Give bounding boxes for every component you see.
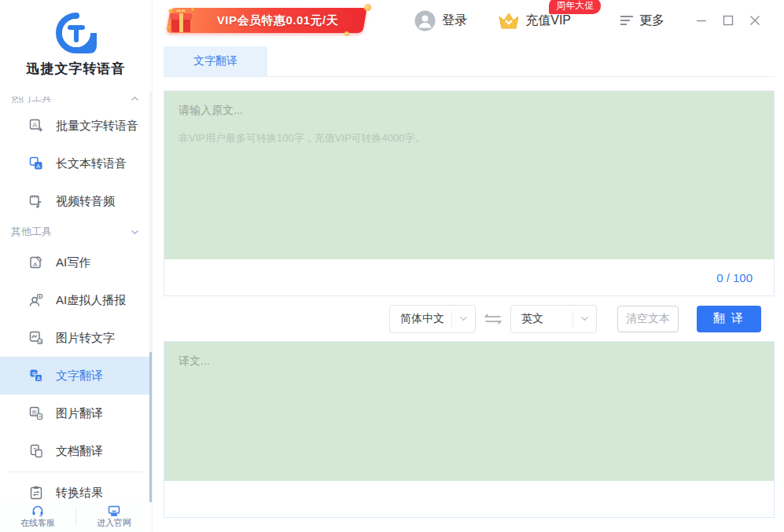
sidebar-item-label: 图片翻译 bbox=[56, 406, 103, 421]
recharge-vip-label: 充值VIP bbox=[525, 13, 571, 29]
clear-text-button[interactable]: 清空文本 bbox=[617, 306, 679, 332]
svg-text:A: A bbox=[39, 414, 42, 419]
sidebar-item-label: 图片转文字 bbox=[56, 331, 115, 346]
app-window: 迅捷文字转语音 热门工具 A 批量文字转语音 A 长 bbox=[0, 0, 784, 532]
official-site-button[interactable]: 进入官网 bbox=[76, 505, 152, 529]
sidebar-item-video-to-audio[interactable]: 视频转音频 bbox=[0, 182, 152, 220]
svg-text:A: A bbox=[36, 163, 40, 170]
maximize-icon bbox=[723, 15, 734, 26]
official-site-label: 进入官网 bbox=[97, 517, 131, 529]
sidebar-item-label: 转换结果 bbox=[56, 486, 103, 501]
sidebar-item-text-translate[interactable]: 中 A 文字翻译 bbox=[0, 357, 152, 394]
online-service-button[interactable]: 在线客服 bbox=[0, 505, 75, 529]
translate-button[interactable]: 翻 译 bbox=[697, 306, 761, 332]
login-label: 登录 bbox=[442, 13, 467, 29]
minimize-button[interactable] bbox=[688, 9, 715, 32]
sidebar-item-batch-tts[interactable]: A 批量文字转语音 bbox=[0, 107, 152, 145]
crown-icon bbox=[497, 10, 521, 31]
topbar-right: 登录 充值VIP 周年大促 更多 bbox=[414, 9, 768, 32]
counter-strip: 0 / 100 bbox=[164, 259, 774, 295]
sidebar-item-image-translate[interactable]: 图 A 图片翻译 bbox=[0, 394, 152, 432]
source-hint: 非VIP用户最多可转换100字，充值VIP可转换4000字。 bbox=[179, 131, 760, 145]
swap-languages-button[interactable] bbox=[484, 314, 502, 325]
image-translate-icon: 图 A bbox=[28, 405, 44, 421]
logo-area: 迅捷文字转语音 bbox=[0, 13, 152, 91]
target-language-value: 英文 bbox=[511, 312, 572, 326]
image-to-text-icon: W bbox=[28, 330, 44, 346]
sidebar-nav: A 批量文字转语音 A 长文本转语音 bbox=[0, 107, 152, 220]
svg-text:A: A bbox=[33, 261, 38, 268]
source-panel: 请输入原文... 非VIP用户最多可转换100字，充值VIP可转换4000字。 … bbox=[164, 90, 775, 296]
headset-icon bbox=[31, 505, 44, 516]
sidebar-section-other-tools[interactable]: 其他工具 bbox=[0, 220, 152, 244]
recharge-vip-button[interactable]: 充值VIP 周年大促 bbox=[497, 10, 571, 31]
target-footer-strip bbox=[164, 481, 774, 517]
chevron-down-icon bbox=[459, 316, 468, 321]
sidebar: 迅捷文字转语音 热门工具 A 批量文字转语音 A 长 bbox=[0, 0, 153, 532]
svg-text:A: A bbox=[37, 376, 41, 381]
tab-row: 文字翻译 bbox=[164, 41, 775, 77]
sidebar-item-longtext-tts[interactable]: A 长文本转语音 bbox=[0, 145, 152, 182]
vip-banner-text: VIP会员特惠0.01元/天 bbox=[164, 6, 370, 35]
close-icon bbox=[749, 15, 760, 26]
sidebar-item-label: 文字翻译 bbox=[56, 369, 103, 383]
main-area: VIP会员特惠0.01元/天 登录 bbox=[153, 0, 784, 532]
sidebar-nav-other: A AI写作 AI虚拟人播报 W bbox=[0, 244, 152, 512]
svg-text:A: A bbox=[32, 121, 37, 129]
source-placeholder: 请输入原文... bbox=[179, 104, 760, 118]
target-panel: 译文... bbox=[164, 341, 775, 518]
long-text-tts-icon: A bbox=[28, 156, 44, 171]
svg-text:W: W bbox=[39, 339, 42, 344]
ai-avatar-icon bbox=[28, 292, 44, 308]
sidebar-item-ai-avatar[interactable]: AI虚拟人播报 bbox=[0, 281, 152, 319]
batch-tts-icon: A bbox=[28, 118, 44, 134]
sidebar-item-ai-writing[interactable]: A AI写作 bbox=[0, 244, 152, 281]
sidebar-footer: 在线客服 进入官网 bbox=[0, 502, 152, 532]
app-logo-icon bbox=[56, 13, 97, 53]
tab-text-translate[interactable]: 文字翻译 bbox=[164, 46, 267, 76]
sidebar-item-label: AI虚拟人播报 bbox=[56, 293, 126, 308]
sidebar-item-label: 长文本转语音 bbox=[56, 156, 127, 171]
char-counter: 0 / 100 bbox=[716, 271, 753, 284]
target-placeholder: 译文... bbox=[179, 354, 760, 369]
ai-writing-icon: A bbox=[28, 255, 44, 270]
online-service-label: 在线客服 bbox=[20, 517, 55, 529]
chevron-down-icon bbox=[580, 316, 589, 321]
sidebar-item-image-to-text[interactable]: W 图片转文字 bbox=[0, 319, 152, 357]
source-textarea[interactable]: 请输入原文... 非VIP用户最多可转换100字，充值VIP可转换4000字。 bbox=[164, 91, 774, 259]
doc-translate-icon: T bbox=[28, 443, 44, 459]
chevron-down-icon bbox=[131, 229, 139, 235]
maximize-button[interactable] bbox=[715, 9, 742, 32]
promo-badge: 周年大促 bbox=[549, 0, 601, 14]
target-textarea[interactable]: 译文... bbox=[164, 342, 774, 481]
section-hot-label: 热门工具 bbox=[11, 91, 52, 105]
sidebar-scrollbar-thumb[interactable] bbox=[149, 352, 152, 519]
section-other-label: 其他工具 bbox=[11, 225, 52, 239]
more-menu-button[interactable]: 更多 bbox=[620, 13, 664, 29]
vip-promo-banner[interactable]: VIP会员特惠0.01元/天 bbox=[164, 6, 370, 35]
sidebar-item-label: AI写作 bbox=[56, 255, 90, 270]
translate-controls: 简体中文 英文 清空文本 翻 译 bbox=[153, 296, 784, 341]
login-button[interactable]: 登录 bbox=[414, 10, 467, 31]
window-controls bbox=[688, 9, 768, 32]
topbar: VIP会员特惠0.01元/天 登录 bbox=[153, 0, 784, 41]
text-translate-icon: 中 A bbox=[28, 368, 44, 383]
more-menu-icon bbox=[620, 15, 634, 26]
svg-text:图: 图 bbox=[32, 410, 37, 416]
sidebar-section-hot-tools[interactable]: 热门工具 bbox=[0, 90, 152, 107]
monitor-icon bbox=[108, 505, 120, 516]
tab-label: 文字翻译 bbox=[193, 54, 237, 68]
sidebar-item-label: 视频转音频 bbox=[56, 194, 115, 209]
convert-results-icon bbox=[28, 485, 44, 501]
app-title: 迅捷文字转语音 bbox=[0, 60, 152, 78]
sidebar-item-label: 文档翻译 bbox=[56, 444, 103, 459]
avatar-icon bbox=[414, 10, 436, 31]
video-to-audio-icon bbox=[28, 193, 44, 209]
chevron-up-icon bbox=[131, 96, 139, 101]
close-button[interactable] bbox=[742, 9, 768, 32]
sidebar-item-doc-translate[interactable]: T 文档翻译 bbox=[0, 432, 152, 470]
minimize-icon bbox=[696, 15, 707, 26]
more-label: 更多 bbox=[639, 13, 664, 29]
source-language-select[interactable]: 简体中文 bbox=[389, 305, 476, 333]
target-language-select[interactable]: 英文 bbox=[510, 305, 597, 333]
